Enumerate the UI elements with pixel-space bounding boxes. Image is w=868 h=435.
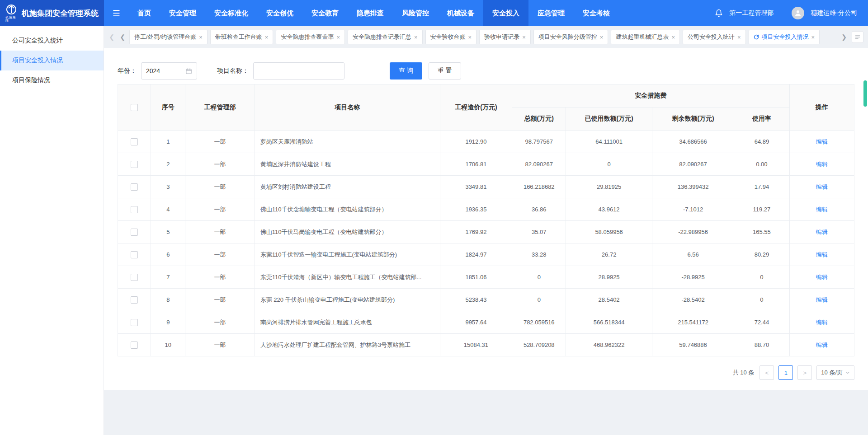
row-checkbox[interactable]: [131, 251, 138, 258]
page-number-button[interactable]: 1: [778, 365, 793, 380]
tab[interactable]: 验收申请记录×: [479, 30, 531, 44]
tab[interactable]: 建筑起重机械汇总表×: [611, 30, 680, 44]
edit-link[interactable]: 编辑: [816, 296, 828, 303]
tab-close-icon[interactable]: ×: [811, 34, 815, 40]
tab[interactable]: 安全隐患排查记录汇总×: [348, 30, 423, 44]
tab[interactable]: 项目安全风险分级管控×: [533, 30, 609, 44]
nav-item[interactable]: 风险管控: [393, 0, 438, 26]
edit-link[interactable]: 编辑: [816, 274, 828, 281]
edit-link[interactable]: 编辑: [816, 251, 828, 258]
sidebar-item[interactable]: 项目安全投入情况: [0, 51, 104, 70]
department-name[interactable]: 第一工程管理部: [729, 9, 774, 17]
cell-remain: -28.9925: [652, 266, 734, 289]
nav-item[interactable]: 安全考核: [574, 0, 619, 26]
year-picker[interactable]: 2024: [141, 62, 197, 80]
cell-dept: 一部: [185, 266, 255, 289]
sidebar-item[interactable]: 公司安全投入统计: [0, 31, 104, 51]
tabs-scroll-left-icon[interactable]: ❮: [108, 30, 116, 44]
row-checkbox[interactable]: [131, 183, 138, 191]
sidebar-item[interactable]: 项目保险情况: [0, 70, 104, 90]
cell-used: 468.962322: [566, 334, 652, 356]
nav-item[interactable]: 应急管理: [528, 0, 574, 26]
tab-close-icon[interactable]: ×: [468, 34, 472, 40]
tab[interactable]: 公司安全投入统计×: [683, 30, 746, 44]
tab[interactable]: 项目安全投入情况×: [749, 30, 820, 44]
project-name-input[interactable]: [258, 67, 340, 75]
col-no: 序号: [151, 84, 185, 131]
tab-close-icon[interactable]: ×: [336, 34, 340, 40]
year-value: 2024: [146, 67, 160, 75]
tab-close-icon[interactable]: ×: [600, 34, 604, 40]
cell-remain: 34.686566: [652, 131, 734, 153]
reset-button[interactable]: 重 置: [429, 62, 461, 80]
cell-dept: 一部: [185, 289, 255, 311]
cell-no: 8: [151, 289, 185, 311]
tab[interactable]: 带班检查工作台账×: [210, 30, 274, 44]
sidebar-menu: 公司安全投入统计项目安全投入情况项目保险情况: [0, 31, 104, 90]
nav-item[interactable]: 安全管理: [160, 0, 205, 26]
app-title: 机施集团安全管理系统: [22, 8, 99, 19]
cell-cost: 15084.31: [440, 334, 512, 356]
row-checkbox[interactable]: [131, 341, 138, 349]
row-checkbox[interactable]: [131, 161, 138, 168]
tab-close-icon[interactable]: ×: [265, 34, 269, 40]
tab-close-icon[interactable]: ×: [199, 34, 203, 40]
cell-op: 编辑: [789, 289, 854, 311]
select-all-checkbox[interactable]: [131, 104, 138, 111]
row-checkbox[interactable]: [131, 206, 138, 213]
tab-options-icon[interactable]: [852, 31, 863, 43]
tabs-scroll-right-icon[interactable]: ❯: [840, 30, 848, 44]
table-row: 9一部南岗河排涝片排水管网完善工程施工总承包9957.64782.0595165…: [118, 311, 854, 334]
cell-name: 黄埔区刘村消防站建设工程: [255, 176, 440, 198]
refresh-icon[interactable]: [754, 34, 759, 40]
nav-item[interactable]: 首页: [128, 0, 160, 26]
cell-total: 166.218682: [512, 176, 566, 198]
nav-item[interactable]: 机械设备: [438, 0, 483, 26]
page-size-select[interactable]: 10 条/页: [816, 365, 854, 380]
cell-no: 4: [151, 198, 185, 221]
scrollbar-thumb[interactable]: [863, 80, 867, 107]
tab-close-icon[interactable]: ×: [737, 34, 741, 40]
sidebar-collapse-icon[interactable]: ☰: [104, 0, 128, 26]
notification-bell-icon[interactable]: [715, 9, 723, 17]
tabs-scroll-left2-icon[interactable]: ❮: [118, 30, 127, 44]
nav-item[interactable]: 安全投入: [483, 0, 528, 26]
edit-link[interactable]: 编辑: [816, 183, 828, 190]
cell-dept: 一部: [185, 153, 255, 176]
nav-item[interactable]: 隐患排查: [348, 0, 393, 26]
nav-item[interactable]: 安全教育: [302, 0, 348, 26]
tab[interactable]: 安全隐患排查覆盖率×: [276, 30, 345, 44]
projects-table: 序号 工程管理部 项目名称 工程造价(万元) 安全措施费 操作 总额(万元) 已…: [118, 84, 854, 356]
table-row: 2一部黄埔区深井消防站建设工程1706.8182.090267082.09026…: [118, 153, 854, 176]
row-checkbox[interactable]: [131, 319, 138, 326]
prev-page-button[interactable]: <: [760, 365, 774, 380]
tab[interactable]: 停工/处罚/约谈管理台账×: [129, 30, 208, 44]
edit-link[interactable]: 编辑: [816, 229, 828, 235]
row-checkbox[interactable]: [131, 138, 138, 145]
row-checkbox[interactable]: [131, 296, 138, 304]
cell-rate: 80.29: [734, 243, 789, 266]
cell-total: 0: [512, 289, 566, 311]
row-checkbox[interactable]: [131, 229, 138, 236]
nav-item[interactable]: 安全标准化: [205, 0, 257, 26]
tab-close-icon[interactable]: ×: [414, 34, 418, 40]
tab-close-icon[interactable]: ×: [522, 34, 526, 40]
nav-item[interactable]: 安全创优: [257, 0, 302, 26]
user-name[interactable]: 穗建运维-分公司: [811, 9, 857, 17]
edit-link[interactable]: 编辑: [816, 206, 828, 213]
tab-close-icon[interactable]: ×: [671, 34, 675, 40]
cell-rate: 88.70: [734, 334, 789, 356]
avatar[interactable]: [792, 7, 804, 19]
search-button[interactable]: 查 询: [390, 62, 422, 80]
row-checkbox[interactable]: [131, 274, 138, 281]
tab-label: 安全隐患排查记录汇总: [353, 33, 411, 41]
project-name-field: [253, 62, 344, 80]
table-row: 10一部大沙地污水处理厂扩建工程配套管网、护林路3号泵站施工15084.3152…: [118, 334, 854, 356]
edit-link[interactable]: 编辑: [816, 341, 828, 348]
edit-link[interactable]: 编辑: [816, 319, 828, 326]
edit-link[interactable]: 编辑: [816, 161, 828, 168]
tab[interactable]: 安全验收台账×: [425, 30, 477, 44]
cell-rate: 72.44: [734, 311, 789, 334]
next-page-button[interactable]: >: [797, 365, 812, 380]
edit-link[interactable]: 编辑: [816, 138, 828, 145]
